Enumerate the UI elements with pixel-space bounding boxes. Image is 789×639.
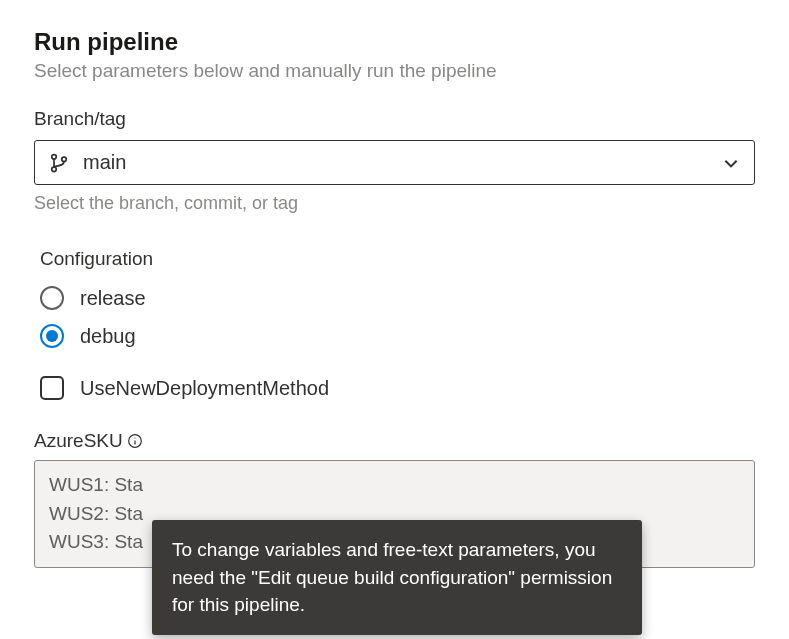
radio-release-label: release <box>80 287 146 310</box>
svg-point-4 <box>134 437 135 438</box>
configuration-label: Configuration <box>40 248 755 270</box>
branch-helper: Select the branch, commit, or tag <box>34 193 755 214</box>
use-new-deployment-label: UseNewDeploymentMethod <box>80 377 329 400</box>
checkbox-indicator <box>40 376 64 400</box>
page-subtitle: Select parameters below and manually run… <box>34 60 755 82</box>
azuresku-line-1: WUS1: Sta <box>49 471 740 500</box>
azuresku-label-text: AzureSKU <box>34 430 123 452</box>
branch-value: main <box>83 151 722 174</box>
info-icon[interactable] <box>127 433 143 449</box>
branch-label: Branch/tag <box>34 108 755 130</box>
svg-point-2 <box>62 157 67 162</box>
radio-debug[interactable]: debug <box>40 324 755 348</box>
radio-debug-label: debug <box>80 325 136 348</box>
page-title: Run pipeline <box>34 28 755 56</box>
permission-tooltip: To change variables and free-text parame… <box>152 520 642 635</box>
radio-release[interactable]: release <box>40 286 755 310</box>
svg-point-0 <box>52 154 57 159</box>
svg-point-1 <box>52 167 57 172</box>
use-new-deployment-checkbox[interactable]: UseNewDeploymentMethod <box>40 376 755 400</box>
branch-icon <box>49 153 69 173</box>
azuresku-label: AzureSKU <box>34 430 755 452</box>
radio-debug-indicator <box>40 324 64 348</box>
branch-dropdown[interactable]: main <box>34 140 755 185</box>
radio-release-indicator <box>40 286 64 310</box>
chevron-down-icon <box>722 154 740 172</box>
